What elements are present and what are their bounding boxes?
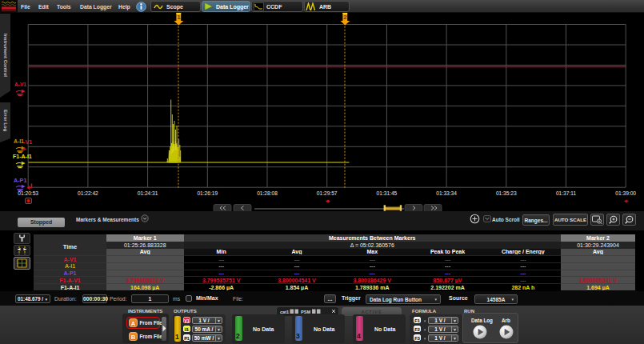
svg-text:01:39:00: 01:39:00 xyxy=(615,190,636,196)
svg-text:01:29:57: 01:29:57 xyxy=(317,190,338,196)
svg-text:A-V1: A-V1 xyxy=(14,82,26,87)
svg-text:2: 2 xyxy=(343,14,347,21)
svg-text:1: 1 xyxy=(177,14,181,21)
svg-text:01:20:53: 01:20:53 xyxy=(18,190,38,196)
svg-text:01:37:11: 01:37:11 xyxy=(556,190,577,196)
svg-text:A-P1: A-P1 xyxy=(14,177,26,184)
svg-text:-V1: -V1 xyxy=(23,138,32,146)
svg-text:01:28:08: 01:28:08 xyxy=(257,190,278,196)
svg-text:01:33:34: 01:33:34 xyxy=(436,190,457,196)
svg-text:01:24:31: 01:24:31 xyxy=(138,190,158,196)
svg-text:01:22:42: 01:22:42 xyxy=(78,190,98,196)
svg-text:01:35:23: 01:35:23 xyxy=(496,190,517,196)
svg-text:01:31:45: 01:31:45 xyxy=(377,190,398,196)
svg-text:F1-A-I1: F1-A-I1 xyxy=(13,154,32,159)
svg-text:01:26:19: 01:26:19 xyxy=(197,190,218,196)
